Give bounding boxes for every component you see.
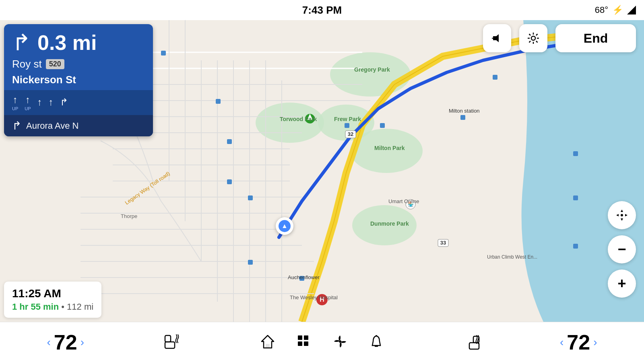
svg-point-79 bbox=[339, 340, 341, 343]
svg-rect-82 bbox=[469, 343, 479, 349]
svg-marker-69 bbox=[625, 214, 627, 216]
svg-text:32: 32 bbox=[348, 131, 353, 137]
right-temp-decrease[interactable]: ‹ bbox=[560, 336, 564, 349]
svg-point-81 bbox=[376, 335, 377, 337]
signal-icon bbox=[627, 6, 636, 14]
bluetooth-icon: ⚡ bbox=[612, 5, 623, 15]
zoom-in-button[interactable]: + bbox=[608, 269, 636, 298]
svg-rect-74 bbox=[266, 344, 270, 348]
lane-2: ↑ UP bbox=[25, 94, 31, 111]
status-bar: 7:43 PM 68° ⚡ bbox=[0, 0, 644, 20]
settings-button[interactable] bbox=[519, 24, 547, 52]
end-label: End bbox=[584, 31, 608, 46]
continue-arrow-icon: ↱ bbox=[12, 119, 21, 132]
continue-street: Aurora Ave N bbox=[26, 121, 78, 131]
svg-line-65 bbox=[529, 41, 531, 43]
svg-text:33: 33 bbox=[440, 240, 446, 246]
svg-rect-36 bbox=[227, 179, 232, 184]
apps-button[interactable] bbox=[296, 333, 312, 351]
navigation-card: ↱ 0.3 mi Roy st 520 Nickerson St ↑ UP ↑ … bbox=[4, 24, 153, 136]
svg-rect-44 bbox=[573, 151, 578, 156]
left-temp-value: 72 bbox=[54, 330, 77, 354]
notification-button[interactable] bbox=[368, 333, 384, 351]
svg-rect-75 bbox=[298, 335, 302, 340]
svg-line-64 bbox=[536, 34, 538, 36]
svg-rect-43 bbox=[493, 75, 497, 80]
lane-4: ↑ bbox=[49, 97, 54, 109]
street-name-1: Roy st bbox=[12, 58, 42, 70]
lane-5: ↱ bbox=[60, 97, 68, 109]
temperature-display: 68° bbox=[595, 5, 608, 15]
svg-rect-45 bbox=[573, 195, 578, 200]
svg-point-2 bbox=[330, 52, 411, 97]
left-temp-control: ‹ 72 › bbox=[47, 330, 85, 354]
right-seat-heat-icon bbox=[462, 331, 482, 353]
svg-marker-67 bbox=[621, 218, 623, 221]
svg-rect-34 bbox=[216, 99, 221, 104]
route-badge: 520 bbox=[46, 59, 64, 69]
svg-text:🏪: 🏪 bbox=[408, 201, 414, 207]
street-name-2: Nickerson St bbox=[4, 74, 153, 90]
svg-rect-40 bbox=[345, 123, 349, 128]
volume-button[interactable] bbox=[483, 24, 511, 52]
right-temp-value: 72 bbox=[567, 330, 590, 354]
svg-rect-72 bbox=[165, 335, 171, 342]
fan-button[interactable] bbox=[332, 333, 348, 351]
turn-arrow-icon: ↱ bbox=[12, 31, 31, 54]
end-button[interactable]: End bbox=[555, 24, 636, 52]
svg-rect-37 bbox=[248, 195, 253, 200]
svg-rect-76 bbox=[304, 335, 308, 340]
svg-rect-46 bbox=[573, 244, 578, 249]
svg-line-63 bbox=[536, 41, 538, 43]
map-area[interactable]: H 🏪 32 33 Gregory Park Frew Park Torwood… bbox=[0, 20, 644, 322]
svg-marker-68 bbox=[616, 214, 619, 216]
svg-rect-35 bbox=[227, 139, 232, 144]
distance-display: 0.3 mi bbox=[37, 31, 97, 55]
svg-rect-33 bbox=[161, 51, 166, 56]
svg-rect-41 bbox=[380, 123, 385, 128]
clock: 7:43 PM bbox=[302, 4, 342, 16]
svg-rect-71 bbox=[165, 342, 175, 348]
svg-text:H: H bbox=[320, 296, 324, 303]
arrival-time: 11:25 AM bbox=[12, 287, 93, 300]
svg-point-6 bbox=[352, 205, 417, 245]
svg-marker-66 bbox=[621, 210, 623, 212]
svg-rect-38 bbox=[248, 260, 253, 265]
zoom-out-label: − bbox=[617, 241, 626, 258]
left-temp-decrease[interactable]: ‹ bbox=[47, 336, 51, 349]
left-seat-heat-icon bbox=[162, 331, 182, 354]
zoom-in-label: + bbox=[617, 275, 626, 292]
right-temp-control: ‹ 72 › bbox=[560, 330, 597, 354]
svg-rect-78 bbox=[304, 341, 308, 346]
left-temp-increase[interactable]: › bbox=[80, 336, 84, 349]
lane-1: ↑ UP bbox=[12, 94, 18, 111]
home-button[interactable] bbox=[260, 333, 276, 351]
svg-point-70 bbox=[621, 214, 623, 216]
lane-3: ↑ bbox=[37, 97, 42, 109]
svg-rect-77 bbox=[298, 341, 302, 346]
svg-line-62 bbox=[529, 34, 531, 36]
zoom-out-button[interactable]: − bbox=[608, 235, 636, 263]
bottom-bar: ‹ 72 › bbox=[0, 322, 644, 362]
svg-rect-42 bbox=[460, 115, 465, 120]
svg-marker-55 bbox=[493, 34, 499, 42]
direction-arrow: ▲ bbox=[281, 222, 288, 230]
svg-rect-39 bbox=[299, 276, 304, 281]
location-marker: ▲ bbox=[276, 217, 293, 235]
eta-card: 11:25 AM 1 hr 55 min • 112 mi bbox=[4, 282, 101, 318]
bottom-center-icons bbox=[260, 333, 384, 351]
eta-details: 1 hr 55 min • 112 mi bbox=[12, 302, 93, 312]
move-map-button[interactable] bbox=[608, 201, 636, 229]
right-temp-increase[interactable]: › bbox=[593, 336, 597, 349]
svg-marker-0 bbox=[627, 6, 636, 14]
svg-point-57 bbox=[531, 36, 535, 40]
